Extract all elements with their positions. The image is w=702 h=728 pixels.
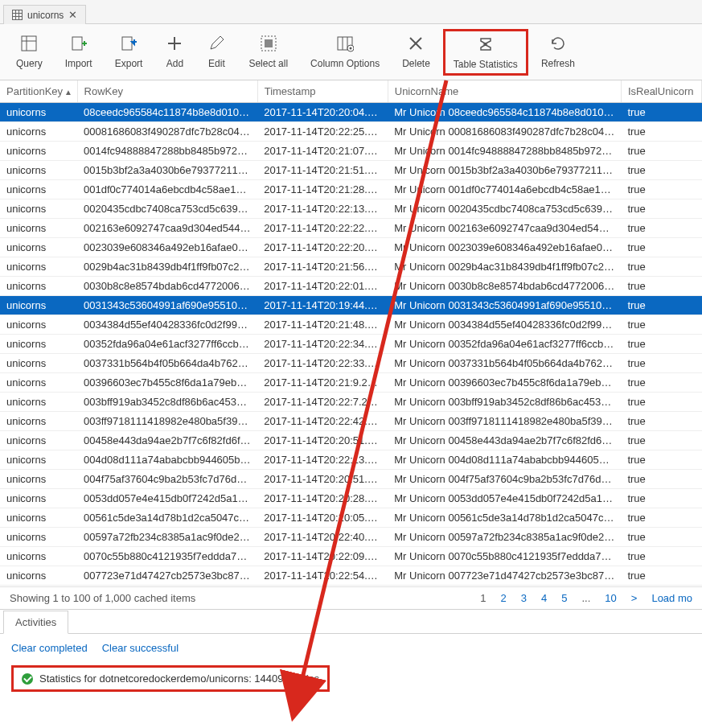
page-2[interactable]: 2: [501, 592, 507, 604]
page-3[interactable]: 3: [521, 592, 527, 604]
cell-ir: true: [621, 238, 701, 257]
add-button[interactable]: Add: [155, 29, 194, 74]
cell-pk: unicorns: [0, 277, 77, 296]
col-timestamp[interactable]: Timestamp: [257, 80, 388, 103]
cell-pk: unicorns: [0, 431, 77, 450]
page-next[interactable]: >: [631, 592, 638, 604]
activities-tab[interactable]: Activities: [3, 611, 68, 634]
page-1[interactable]: 1: [480, 592, 486, 604]
table-row[interactable]: unicorns0015b3bf2a3a4030b6e79377211f292a…: [0, 161, 702, 180]
table-row[interactable]: unicorns0014fc94888847288bb8485b97245907…: [0, 142, 702, 161]
table-row[interactable]: unicorns0029b4ac31b8439db4f1ff9fb07c246b…: [0, 257, 702, 277]
cell-un: Mr Unicorn 0070c55b880c4121935f7eddda763…: [388, 547, 621, 566]
cell-ts: 2017-11-14T20:21:48.19Z: [257, 315, 388, 335]
cell-un: Mr Unicorn 00561c5de3a14d78b1d2ca5047cde…: [388, 508, 621, 528]
page-10[interactable]: 10: [605, 592, 616, 604]
cell-rk: 0034384d55ef40428336fc0d2f99bb58: [77, 315, 257, 335]
cell-ts: 2017-11-14T20:22:20.707Z: [257, 238, 388, 257]
page-4[interactable]: 4: [541, 592, 547, 604]
cell-ir: true: [621, 508, 701, 528]
cell-un: Mr Unicorn 0031343c53604991af690e955100d…: [388, 296, 621, 315]
close-icon[interactable]: ✕: [68, 9, 77, 21]
edit-button[interactable]: Edit: [197, 29, 236, 74]
table-row[interactable]: unicorns0034384d55ef40428336fc0d2f99bb58…: [0, 315, 702, 335]
col-partitionkey[interactable]: PartitionKey▲: [0, 80, 77, 103]
cell-rk: 0023039e608346a492eb16afae0148b1: [77, 238, 257, 257]
select-all-button[interactable]: Select all: [239, 29, 298, 74]
pencil-icon: [207, 34, 225, 53]
delete-button[interactable]: Delete: [392, 29, 440, 74]
svg-rect-13: [265, 39, 273, 47]
cell-ir: true: [621, 296, 701, 315]
cell-un: Mr Unicorn 0020435cdbc7408ca753cd5c639fb…: [388, 199, 621, 219]
cell-pk: unicorns: [0, 238, 77, 257]
cell-rk: 00458e443da94ae2b7f7c6f82fd6f101: [77, 431, 257, 450]
table-row[interactable]: unicorns00561c5de3a14d78b1d2ca5047cde772…: [0, 508, 702, 528]
cell-un: Mr Unicorn 002163e6092747caa9d304ed54429…: [388, 219, 621, 238]
cell-un: Mr Unicorn 00458e443da94ae2b7f7c6f82fd6f…: [388, 431, 621, 450]
table-row[interactable]: unicorns0053dd057e4e415db0f7242d5a15bf09…: [0, 489, 702, 508]
table-row[interactable]: unicorns08ceedc965584c11874b8e8d010a411c…: [0, 103, 702, 122]
table-row[interactable]: unicorns003bff919ab3452c8df86b6ac453a6fc…: [0, 393, 702, 412]
tool-label: Column Options: [310, 58, 380, 69]
cell-ts: 2017-11-14T20:20:04.687Z: [257, 103, 388, 122]
table-row[interactable]: unicorns0037331b564b4f05b664da4b762908e2…: [0, 354, 702, 373]
cell-pk: unicorns: [0, 296, 77, 315]
statistics-text: Statistics for dotnetcoredockerdemo/unic…: [39, 672, 319, 685]
cell-ts: 2017-11-14T20:22:34.35Z: [257, 335, 388, 354]
cell-ts: 2017-11-14T20:22:01.28Z: [257, 277, 388, 296]
refresh-button[interactable]: Refresh: [532, 29, 585, 74]
clear-successful-link[interactable]: Clear successful: [102, 642, 179, 654]
cell-rk: 08ceedc965584c11874b8e8d010a411c: [77, 103, 257, 122]
table-row[interactable]: unicorns0020435cdbc7408ca753cd5c639fb3cc…: [0, 199, 702, 219]
cell-rk: 007723e71d47427cb2573e3bc872f70b: [77, 566, 257, 586]
cell-rk: 00352fda96a04e61acf3277ff6ccbe57: [77, 335, 257, 354]
import-icon: [70, 34, 88, 53]
cell-ir: true: [621, 393, 701, 412]
table-row[interactable]: unicorns0031343c53604991af690e955100d2af…: [0, 296, 702, 315]
svg-point-18: [350, 47, 352, 50]
table-row[interactable]: unicorns00081686083f490287dfc7b28c04892e…: [0, 122, 702, 142]
export-button[interactable]: Export: [105, 29, 153, 74]
cell-pk: unicorns: [0, 161, 77, 180]
cell-ts: 2017-11-14T20:19:44.413Z: [257, 296, 388, 315]
table-statistics-button[interactable]: Table Statistics: [443, 29, 528, 76]
table-row[interactable]: unicorns00597a72fb234c8385a1ac9f0de2acac…: [0, 528, 702, 547]
table-row[interactable]: unicorns002163e6092747caa9d304ed544291db…: [0, 219, 702, 238]
cell-ir: true: [621, 547, 701, 566]
tool-label: Select all: [248, 58, 288, 69]
cell-rk: 00081686083f490287dfc7b28c04892e: [77, 122, 257, 142]
statistics-result[interactable]: Statistics for dotnetcoredockerdemo/unic…: [11, 665, 330, 692]
table-row[interactable]: unicorns004d08d111a74ababcbb944605bd443b…: [0, 450, 702, 470]
load-more[interactable]: Load mo: [651, 592, 692, 604]
table-row[interactable]: unicorns00396603ec7b455c8f6da1a79eba337c…: [0, 373, 702, 393]
table-row[interactable]: unicorns0023039e608346a492eb16afae0148b1…: [0, 238, 702, 257]
page-5[interactable]: 5: [561, 592, 567, 604]
col-isrealunicorn[interactable]: IsRealUnicorn: [621, 80, 701, 103]
column-options-button[interactable]: Column Options: [301, 29, 389, 74]
table-row[interactable]: unicorns0070c55b880c4121935f7eddda76337e…: [0, 547, 702, 566]
cell-pk: unicorns: [0, 103, 77, 122]
table-row[interactable]: unicorns0030b8c8e8574bdab6cd47720064e126…: [0, 277, 702, 296]
toolbar: Query Import Export Add Edit Select all …: [0, 24, 702, 80]
table-row[interactable]: unicorns00352fda96a04e61acf3277ff6ccbe57…: [0, 335, 702, 354]
table-row[interactable]: unicorns004f75af37604c9ba2b53fc7d76d6c78…: [0, 470, 702, 489]
cell-rk: 0020435cdbc7408ca753cd5c639fb3cc: [77, 199, 257, 219]
clear-completed-link[interactable]: Clear completed: [11, 642, 88, 654]
table-row[interactable]: unicorns003ff9718111418982e480ba5f398d5d…: [0, 412, 702, 431]
cell-un: Mr Unicorn 0034384d55ef40428336fc0d2f99b…: [388, 315, 621, 335]
table-row[interactable]: unicorns001df0c774014a6ebcdb4c58ae13cc20…: [0, 180, 702, 199]
tab-unicorns[interactable]: unicorns ✕: [3, 5, 86, 24]
cell-ts: 2017-11-14T20:21:56.337Z: [257, 257, 388, 277]
col-unicornname[interactable]: UnicornName: [388, 80, 621, 103]
export-icon: [120, 34, 138, 53]
query-button[interactable]: Query: [6, 29, 52, 74]
cell-ir: true: [621, 122, 701, 142]
cell-rk: 0070c55b880c4121935f7eddda76337e: [77, 547, 257, 566]
col-rowkey[interactable]: RowKey: [77, 80, 257, 103]
cell-rk: 0030b8c8e8574bdab6cd47720064e126: [77, 277, 257, 296]
import-button[interactable]: Import: [55, 29, 102, 74]
cell-un: Mr Unicorn 00081686083f490287dfc7b28c048…: [388, 122, 621, 142]
table-row[interactable]: unicorns007723e71d47427cb2573e3bc872f70b…: [0, 566, 702, 586]
table-row[interactable]: unicorns00458e443da94ae2b7f7c6f82fd6f101…: [0, 431, 702, 450]
